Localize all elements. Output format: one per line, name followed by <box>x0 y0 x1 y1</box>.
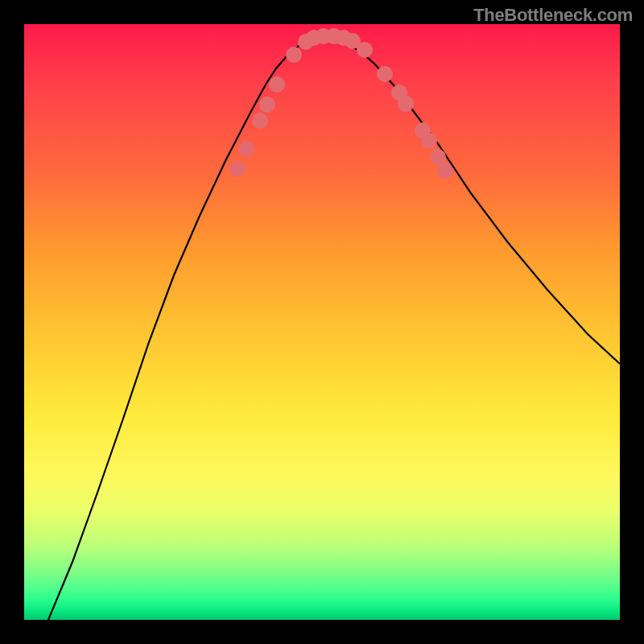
data-marker <box>398 96 414 112</box>
chart-svg <box>24 24 620 620</box>
data-marker <box>259 97 275 113</box>
data-marker <box>437 163 453 179</box>
data-marker <box>286 47 302 63</box>
plot-area <box>24 24 620 620</box>
marker-group <box>229 28 453 179</box>
data-marker <box>421 133 437 149</box>
data-marker <box>229 161 246 177</box>
data-marker <box>357 42 373 58</box>
data-marker <box>238 141 254 157</box>
bottleneck-curve <box>48 37 620 620</box>
data-marker <box>377 66 393 82</box>
data-marker <box>430 149 446 165</box>
data-marker <box>269 76 285 93</box>
watermark-text: TheBottleneck.com <box>473 5 633 26</box>
data-marker <box>252 113 268 129</box>
chart-stage: TheBottleneck.com <box>0 0 644 644</box>
